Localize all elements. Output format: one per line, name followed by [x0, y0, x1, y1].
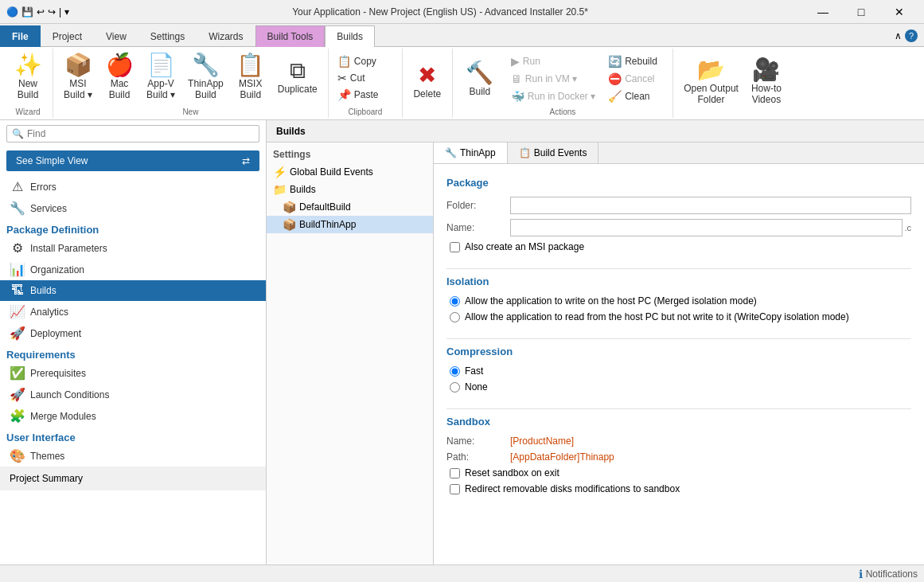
sidebar-item-install-parameters[interactable]: ⚙ Install Parameters — [0, 237, 266, 259]
mac-build-icon: 🍎 — [106, 54, 134, 76]
config-tab-thinapp[interactable]: 🔧 ThinApp — [434, 143, 508, 163]
tree-item-default-build[interactable]: 📦 DefaultBuild — [267, 198, 433, 216]
sandbox-section-title: Sandbox — [446, 416, 911, 428]
open-output-folder-button[interactable]: 📂 Open OutputFolder — [678, 56, 744, 108]
reset-sandbox-checkbox[interactable] — [450, 468, 460, 478]
ribbon-group-new: 📦 MSIBuild ▾ 🍎 MacBuild 📄 App-VBuild ▾ 🔧… — [53, 49, 329, 118]
isolation-merged-radio[interactable] — [450, 296, 460, 307]
copy-button[interactable]: 📋 Copy — [333, 53, 397, 69]
ribbon-group-actions: 🔨 Build ▶ Run 🖥 Run in VM ▾ 🐳 Run in Doc… — [453, 49, 673, 118]
run-button[interactable]: ▶ Run — [507, 53, 599, 69]
mac-build-button[interactable]: 🍎 MacBuild — [99, 51, 139, 104]
tree-item-global-build-events[interactable]: ⚡ Global Build Events — [267, 163, 433, 181]
isolation-writecopy-radio[interactable] — [450, 312, 460, 322]
compression-none-radio[interactable] — [450, 382, 460, 393]
tab-file[interactable]: File — [0, 25, 41, 47]
quick-access-more[interactable]: ▾ — [64, 6, 69, 18]
tree-item-build-thinapp[interactable]: 📦 BuildThinApp — [267, 216, 433, 233]
thinapp-build-button[interactable]: 🔧 ThinAppBuild — [182, 51, 229, 104]
organization-label: Organization — [30, 264, 84, 275]
simple-view-button[interactable]: See Simple View ⇄ — [6, 150, 259, 171]
simple-view-label: See Simple View — [16, 155, 88, 166]
build-button[interactable]: 🔨 Build — [458, 53, 502, 106]
msix-build-button[interactable]: 📋 MSIXBuild — [231, 51, 271, 104]
appv-build-button[interactable]: 📄 App-VBuild ▾ — [141, 51, 181, 104]
ribbon-tabs: File Project View Settings Wizards Build… — [0, 24, 924, 47]
msi-checkbox[interactable] — [450, 242, 460, 252]
search-input[interactable] — [27, 128, 254, 139]
tab-settings[interactable]: Settings — [138, 25, 197, 47]
compression-fast-radio[interactable] — [450, 366, 460, 377]
section-header-package-definition: Package Definition — [0, 219, 266, 237]
sidebar-item-analytics[interactable]: 📈 Analytics — [0, 301, 266, 322]
tab-wizards[interactable]: Wizards — [197, 25, 255, 47]
thinapp-build-icon: 🔧 — [192, 54, 220, 76]
sidebar-item-organization[interactable]: 📊 Organization — [0, 259, 266, 280]
new-group-label: New — [182, 106, 198, 118]
project-summary-footer[interactable]: Settings Project Summary — [0, 467, 266, 490]
new-build-button[interactable]: ✨ NewBuild — [8, 51, 48, 104]
msi-checkbox-row: Also create an MSI package — [446, 241, 911, 252]
help-expand-icon[interactable]: ∧ — [895, 30, 902, 41]
tab-view[interactable]: View — [94, 25, 138, 47]
cancel-button[interactable]: ⛔ Cancel — [604, 71, 668, 87]
sandbox-name-row: Name: [ProductName] — [446, 436, 911, 447]
tab-build-tools[interactable]: Build Tools — [255, 25, 326, 47]
tab-builds[interactable]: Builds — [325, 25, 375, 47]
statusbar: ℹ Notifications — [0, 564, 924, 582]
quick-access-save[interactable]: 💾 — [21, 6, 33, 18]
duplicate-button[interactable]: ⧉ Duplicate — [272, 51, 323, 104]
sidebar-item-merge-modules[interactable]: 🧩 Merge Modules — [0, 405, 266, 427]
quick-access-undo[interactable]: ↩ — [37, 6, 45, 18]
msi-build-icon: 📦 — [64, 54, 92, 76]
notifications-item[interactable]: ℹ Notifications — [859, 568, 918, 580]
open-output-label: Open OutputFolder — [684, 83, 739, 105]
ribbon-group-clipboard: 📋 Copy ✂ Cut 📌 Paste Clipboard — [329, 49, 403, 118]
appv-build-icon: 📄 — [147, 54, 175, 76]
sidebar-item-errors[interactable]: ⚠ Errors — [0, 176, 266, 197]
titlebar: 🔵 💾 ↩ ↪ | ▾ Your Application - New Proje… — [0, 0, 924, 24]
sidebar-item-prerequisites[interactable]: ✅ Prerequisites — [0, 362, 266, 384]
clean-label: Clean — [625, 91, 649, 102]
help-icon[interactable]: ? — [905, 29, 918, 42]
config-tab-build-events[interactable]: 📋 Build Events — [508, 143, 599, 163]
content-split: Settings ⚡ Global Build Events 📁 Builds … — [267, 143, 924, 582]
sidebar-item-launch-conditions[interactable]: 🚀 Launch Conditions — [0, 384, 266, 405]
paste-label: Paste — [354, 89, 379, 100]
close-button[interactable]: ✕ — [881, 0, 918, 24]
project-summary-text: Project Summary — [10, 473, 83, 484]
switch-icon: ⇄ — [242, 155, 250, 166]
sidebar-item-services[interactable]: 🔧 Services — [0, 197, 266, 219]
new-build-icon: ✨ — [14, 54, 42, 76]
quick-access-separator: | — [59, 6, 61, 18]
window-title: Your Application - New Project (English … — [292, 6, 588, 18]
build-thinapp-label: BuildThinApp — [299, 219, 356, 230]
ribbon-group-delete: ✖ Delete — [403, 49, 453, 118]
msix-build-icon: 📋 — [236, 54, 264, 76]
clean-button[interactable]: 🧹 Clean — [604, 88, 668, 104]
tree-item-builds[interactable]: 📁 Builds — [267, 181, 433, 198]
name-input[interactable] — [510, 219, 903, 236]
maximize-button[interactable]: □ — [843, 0, 879, 24]
paste-button[interactable]: 📌 Paste — [333, 87, 397, 103]
run-vm-icon: 🖥 — [511, 72, 522, 85]
package-name-row: Name: .c — [446, 219, 911, 236]
folder-input[interactable] — [510, 197, 911, 214]
sidebar-item-themes[interactable]: 🎨 Themes — [0, 445, 266, 467]
ribbon-group-output: 📂 Open OutputFolder 🎥 How-toVideos — [673, 49, 792, 118]
delete-button[interactable]: ✖ Delete — [407, 56, 447, 108]
organization-icon: 📊 — [10, 262, 25, 277]
run-in-vm-button[interactable]: 🖥 Run in VM ▾ — [507, 71, 599, 87]
minimize-button[interactable]: — — [805, 0, 841, 24]
sidebar-item-deployment[interactable]: 🚀 Deployment — [0, 322, 266, 344]
quick-access-redo[interactable]: ↪ — [48, 6, 56, 18]
redirect-sandbox-checkbox[interactable] — [450, 484, 460, 494]
how-to-videos-button[interactable]: 🎥 How-toVideos — [746, 56, 787, 108]
cut-button[interactable]: ✂ Cut — [333, 70, 397, 86]
rebuild-button[interactable]: 🔄 Rebuild — [604, 53, 668, 69]
run-in-docker-button[interactable]: 🐳 Run in Docker ▾ — [507, 88, 599, 104]
tab-project[interactable]: Project — [41, 25, 94, 47]
msi-build-button[interactable]: 📦 MSIBuild ▾ — [58, 51, 98, 104]
right-area: Builds Settings ⚡ Global Build Events 📁 … — [267, 120, 924, 582]
sidebar-item-builds[interactable]: 🏗 Builds — [0, 280, 266, 301]
